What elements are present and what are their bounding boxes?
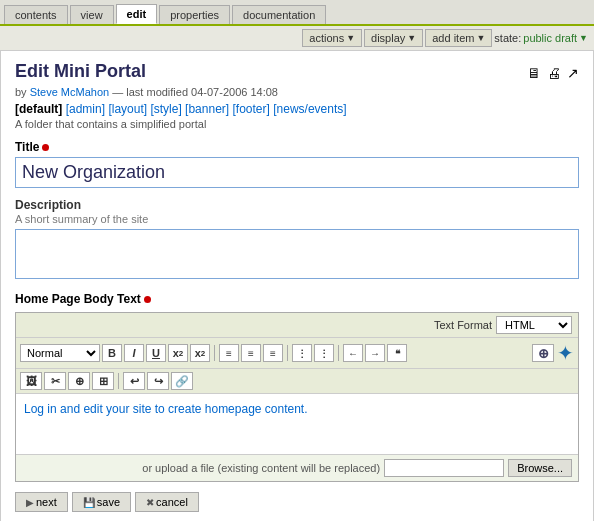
author-link[interactable]: Steve McMahon	[30, 86, 109, 98]
tab-documentation[interactable]: documentation	[232, 5, 326, 24]
ordered-list-button[interactable]: ⋮	[292, 344, 312, 362]
toolbar-sep-3	[338, 345, 339, 361]
upload-label: or upload a file (existing content will …	[142, 462, 380, 474]
external-icon[interactable]: ↗	[567, 65, 579, 81]
superscript-button[interactable]: x2	[190, 344, 210, 362]
redo-button[interactable]: ↪	[147, 372, 169, 390]
align-left-button[interactable]: ≡	[219, 344, 239, 362]
bold-button[interactable]: B	[102, 344, 122, 362]
top-tabs: contents view edit properties documentat…	[0, 0, 594, 26]
indent-button[interactable]: →	[365, 344, 385, 362]
unordered-list-button[interactable]: ⋮	[314, 344, 334, 362]
add-item-arrow-icon: ▼	[476, 33, 485, 43]
toolbar-sep-2	[287, 345, 288, 361]
default-link-active: [default]	[15, 102, 62, 116]
print-icon[interactable]: 🖨	[547, 65, 561, 81]
banner-link[interactable]: [banner]	[185, 102, 229, 116]
rte-toolbar-row2: 🖼 ✂ ⊕ ⊞ ↩ ↪ 🔗	[16, 369, 578, 394]
toolbar2-sep	[118, 373, 119, 389]
outdent-button[interactable]: ←	[343, 344, 363, 362]
actions-button[interactable]: actions ▼	[302, 29, 362, 47]
save-icon: 💾	[83, 497, 95, 508]
text-format-select[interactable]: HTML Plain text	[496, 316, 572, 334]
admin-link[interactable]: [admin]	[66, 102, 105, 116]
monitor-icon[interactable]: 🖥	[527, 65, 541, 81]
state-label: state:	[494, 32, 521, 44]
browse-button[interactable]: Browse...	[508, 459, 572, 477]
title-label: Title	[15, 140, 579, 154]
footer-link[interactable]: [footer]	[233, 102, 270, 116]
news-events-link[interactable]: [news/events]	[273, 102, 346, 116]
rte-toolbar-row1: Normal Heading 1 Heading 2 Heading 3 Pre…	[16, 338, 578, 369]
undo-button[interactable]: ↩	[123, 372, 145, 390]
upload-input[interactable]	[384, 459, 504, 477]
next-button[interactable]: ▶ next	[15, 492, 68, 512]
state-value: public draft	[523, 32, 577, 44]
cancel-button[interactable]: ✖ cancel	[135, 492, 199, 512]
actions-arrow-icon: ▼	[346, 33, 355, 43]
page-title: Edit Mini Portal	[15, 61, 146, 82]
cut-button[interactable]: ✂	[44, 372, 66, 390]
toolbar-sep-1	[214, 345, 215, 361]
tab-properties[interactable]: properties	[159, 5, 230, 24]
links-line: [default] [admin] [layout] [style] [bann…	[15, 102, 579, 116]
state-arrow-icon: ▼	[579, 33, 588, 43]
image-button[interactable]: 🖼	[20, 372, 42, 390]
rte-logo-icon: ✦	[557, 341, 574, 365]
folder-description: A folder that contains a simplified port…	[15, 118, 579, 130]
style-link[interactable]: [style]	[150, 102, 181, 116]
display-button[interactable]: display ▼	[364, 29, 423, 47]
next-icon: ▶	[26, 497, 34, 508]
subscript-button[interactable]: x2	[168, 344, 188, 362]
action-bar: actions ▼ display ▼ add item ▼ state: pu…	[0, 26, 594, 51]
table-button[interactable]: ⊞	[92, 372, 114, 390]
title-input[interactable]	[15, 157, 579, 188]
display-arrow-icon: ▼	[407, 33, 416, 43]
tab-view[interactable]: view	[70, 5, 114, 24]
tab-contents[interactable]: contents	[4, 5, 68, 24]
rte-footer: or upload a file (existing content will …	[16, 454, 578, 481]
align-right-button[interactable]: ≡	[263, 344, 283, 362]
description-textarea[interactable]	[15, 229, 579, 279]
meta-line: by Steve McMahon — last modified 04-07-2…	[15, 86, 579, 98]
blockquote-button[interactable]: ❝	[387, 344, 407, 362]
rte-zoom-area: ⊕ ✦	[532, 341, 574, 365]
rte-body[interactable]: Log in and edit your site to create home…	[16, 394, 578, 454]
rte-format-bar: Text Format HTML Plain text	[16, 313, 578, 338]
copy-button[interactable]: ⊕	[68, 372, 90, 390]
rte-container: Text Format HTML Plain text Normal Headi…	[15, 312, 579, 482]
description-label: Description	[15, 198, 579, 212]
style-select[interactable]: Normal Heading 1 Heading 2 Heading 3 Pre…	[20, 344, 100, 362]
cancel-icon: ✖	[146, 497, 154, 508]
tab-edit[interactable]: edit	[116, 4, 158, 24]
header-icons: 🖥 🖨 ↗	[527, 65, 579, 81]
layout-link[interactable]: [layout]	[108, 102, 147, 116]
body-text-label: Home Page Body Text	[15, 292, 579, 306]
title-required-indicator	[42, 144, 49, 151]
italic-button[interactable]: I	[124, 344, 144, 362]
bottom-buttons: ▶ next 💾 save ✖ cancel	[15, 492, 579, 512]
save-button[interactable]: 💾 save	[72, 492, 131, 512]
align-center-button[interactable]: ≡	[241, 344, 261, 362]
body-required-indicator	[144, 296, 151, 303]
description-sublabel: A short summary of the site	[15, 213, 579, 225]
main-content: Edit Mini Portal 🖥 🖨 ↗ by Steve McMahon …	[0, 51, 594, 521]
add-item-button[interactable]: add item ▼	[425, 29, 492, 47]
text-format-label: Text Format	[434, 319, 492, 331]
zoom-button[interactable]: ⊕	[532, 344, 554, 362]
link-button[interactable]: 🔗	[171, 372, 193, 390]
underline-button[interactable]: U	[146, 344, 166, 362]
